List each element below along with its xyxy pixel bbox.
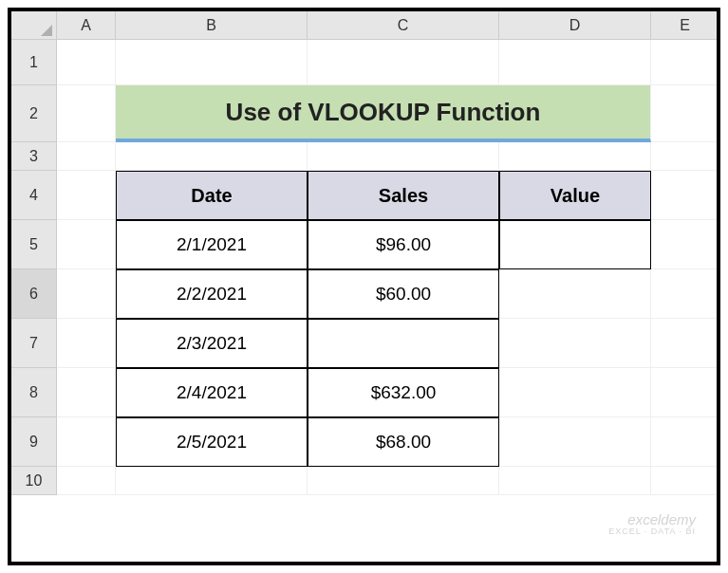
cell-a2[interactable]: [57, 85, 116, 142]
cell-a5[interactable]: [57, 220, 116, 269]
cell-c3[interactable]: [308, 142, 499, 171]
cell-c10[interactable]: [308, 467, 499, 495]
cell-sales-4[interactable]: $68.00: [308, 417, 499, 467]
cell-e9[interactable]: [651, 417, 719, 467]
header-date[interactable]: Date: [116, 171, 308, 220]
cell-date-3[interactable]: 2/4/2021: [116, 368, 308, 417]
cell-sales-1[interactable]: $60.00: [308, 269, 499, 319]
watermark-sub: EXCEL · DATA · BI: [608, 527, 696, 537]
watermark: exceldemy EXCEL · DATA · BI: [608, 512, 696, 537]
cell-sales-3[interactable]: $632.00: [308, 368, 499, 417]
row-header-2[interactable]: 2: [11, 85, 57, 142]
row-header-6[interactable]: 6: [11, 269, 57, 319]
spreadsheet-grid: A B C D E 1 2 Use of VLOOKUP Function 3 …: [11, 11, 717, 495]
cell-e7[interactable]: [651, 319, 719, 368]
cell-d10[interactable]: [499, 467, 651, 495]
cell-d6[interactable]: [499, 269, 651, 319]
cell-c1[interactable]: [308, 40, 499, 85]
cell-e2[interactable]: [651, 85, 719, 142]
row-header-1[interactable]: 1: [11, 40, 57, 85]
cell-e6[interactable]: [651, 269, 719, 319]
spreadsheet-frame: A B C D E 1 2 Use of VLOOKUP Function 3 …: [8, 8, 720, 565]
header-value[interactable]: Value: [499, 171, 651, 220]
cell-d8[interactable]: [499, 368, 651, 417]
row-header-5[interactable]: 5: [11, 220, 57, 269]
cell-e10[interactable]: [651, 467, 719, 495]
cell-a10[interactable]: [57, 467, 116, 495]
cell-e1[interactable]: [651, 40, 719, 85]
watermark-main: exceldemy: [608, 512, 696, 528]
cell-date-4[interactable]: 2/5/2021: [116, 417, 308, 467]
row-header-7[interactable]: 7: [11, 319, 57, 368]
col-header-e[interactable]: E: [651, 11, 719, 40]
cell-date-0[interactable]: 2/1/2021: [116, 220, 308, 269]
cell-a9[interactable]: [57, 417, 116, 467]
col-header-a[interactable]: A: [57, 11, 116, 40]
cell-a4[interactable]: [57, 171, 116, 220]
row-header-8[interactable]: 8: [11, 368, 57, 417]
cell-d9[interactable]: [499, 417, 651, 467]
cell-e4[interactable]: [651, 171, 719, 220]
cell-d7[interactable]: [499, 319, 651, 368]
cell-date-1[interactable]: 2/2/2021: [116, 269, 308, 319]
cell-b3[interactable]: [116, 142, 308, 171]
col-header-d[interactable]: D: [499, 11, 651, 40]
cell-sales-0[interactable]: $96.00: [308, 220, 499, 269]
header-sales[interactable]: Sales: [308, 171, 499, 220]
cell-e5[interactable]: [651, 220, 719, 269]
cell-e3[interactable]: [651, 142, 719, 171]
row-header-10[interactable]: 10: [11, 467, 57, 495]
row-header-3[interactable]: 3: [11, 142, 57, 171]
cell-a1[interactable]: [57, 40, 116, 85]
col-header-c[interactable]: C: [308, 11, 499, 40]
row-header-4[interactable]: 4: [11, 171, 57, 220]
cell-b1[interactable]: [116, 40, 308, 85]
select-all-corner[interactable]: [11, 11, 57, 40]
cell-value-0[interactable]: [499, 220, 651, 269]
cell-b10[interactable]: [116, 467, 308, 495]
row-header-9[interactable]: 9: [11, 417, 57, 467]
title-cell[interactable]: Use of VLOOKUP Function: [116, 85, 651, 142]
cell-e8[interactable]: [651, 368, 719, 417]
cell-date-2[interactable]: 2/3/2021: [116, 319, 308, 368]
cell-a7[interactable]: [57, 319, 116, 368]
cell-a3[interactable]: [57, 142, 116, 171]
col-header-b[interactable]: B: [116, 11, 308, 40]
cell-d1[interactable]: [499, 40, 651, 85]
cell-a6[interactable]: [57, 269, 116, 319]
cell-d3[interactable]: [499, 142, 651, 171]
cell-a8[interactable]: [57, 368, 116, 417]
cell-sales-2[interactable]: [308, 319, 499, 368]
